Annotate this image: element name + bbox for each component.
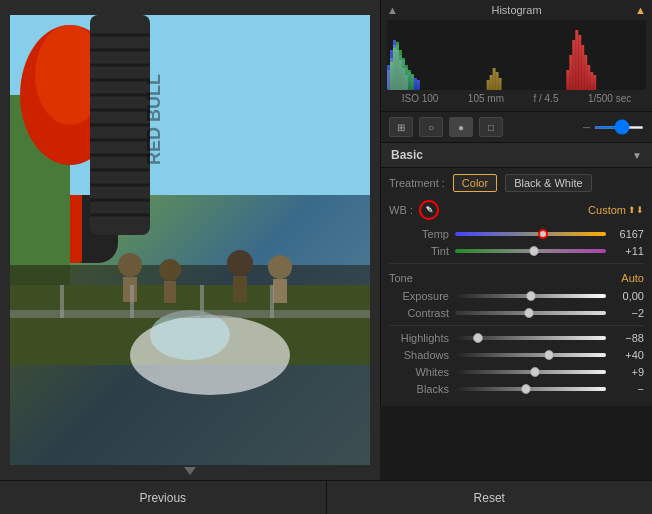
- basic-section-header[interactable]: Basic ▼: [381, 143, 652, 168]
- histogram-triangle-right[interactable]: ▲: [635, 4, 646, 16]
- wb-row: WB : ✒ Custom ⬆⬇: [389, 200, 644, 220]
- svg-point-22: [118, 253, 142, 277]
- tint-slider-track[interactable]: [455, 249, 606, 253]
- svg-rect-62: [587, 65, 590, 90]
- svg-rect-68: [496, 72, 499, 90]
- tool-slider[interactable]: [594, 126, 644, 129]
- exposure-slider-handle[interactable]: [526, 291, 536, 301]
- svg-rect-57: [572, 40, 575, 90]
- histogram-header: ▲ Histogram ▲: [387, 4, 646, 16]
- svg-rect-65: [487, 80, 490, 90]
- highlights-slider-track[interactable]: [455, 336, 606, 340]
- wb-dropdown-arrow: ⬆⬇: [628, 205, 644, 215]
- svg-rect-56: [569, 55, 572, 90]
- svg-rect-69: [499, 78, 502, 90]
- photo-container: RED BULL: [10, 15, 370, 465]
- svg-rect-46: [417, 80, 420, 90]
- exposure-value: 0,00: [612, 290, 644, 302]
- svg-rect-45: [414, 78, 417, 90]
- blacks-slider-handle[interactable]: [521, 384, 531, 394]
- svg-rect-31: [60, 285, 64, 318]
- shadows-slider-handle[interactable]: [544, 350, 554, 360]
- contrast-slider-handle[interactable]: [524, 308, 534, 318]
- highlights-label: Highlights: [389, 332, 449, 344]
- tools-row: ⊞ ○ ● □ ─: [381, 112, 652, 143]
- svg-point-26: [227, 250, 253, 276]
- svg-text:RED BULL: RED BULL: [144, 74, 164, 165]
- photo-panel: RED BULL: [0, 0, 380, 480]
- auto-btn[interactable]: Auto: [621, 272, 644, 284]
- highlights-value: −88: [612, 332, 644, 344]
- svg-rect-34: [270, 285, 274, 318]
- histogram-canvas: [387, 20, 646, 90]
- exif-aperture: f / 4.5: [533, 93, 558, 104]
- treatment-label: Treatment :: [389, 177, 445, 189]
- svg-rect-61: [584, 55, 587, 90]
- svg-rect-60: [581, 45, 584, 90]
- grid-tool-btn[interactable]: ⊞: [389, 117, 413, 137]
- photo-image: RED BULL: [10, 15, 370, 465]
- exif-info: ISO 100 105 mm f / 4.5 1/500 sec: [387, 90, 646, 107]
- exposure-slider-track[interactable]: [455, 294, 606, 298]
- divider-1: [389, 325, 644, 326]
- highlights-slider-row: Highlights −88: [389, 332, 644, 344]
- contrast-value: −2: [612, 307, 644, 319]
- histogram-title: Histogram: [491, 4, 541, 16]
- wb-eyedropper-btn[interactable]: ✒: [419, 200, 439, 220]
- svg-point-28: [268, 255, 292, 279]
- reset-button[interactable]: Reset: [327, 481, 653, 514]
- treatment-row: Treatment : Color Black & White: [389, 174, 644, 192]
- contrast-slider-track[interactable]: [455, 311, 606, 315]
- rect-tool-btn[interactable]: □: [479, 117, 503, 137]
- whites-value: +9: [612, 366, 644, 378]
- shadows-label: Shadows: [389, 349, 449, 361]
- tone-header-row: Tone Auto: [389, 270, 644, 286]
- tint-slider-handle[interactable]: [529, 246, 539, 256]
- svg-rect-74: [399, 60, 402, 90]
- basic-section-arrow: ▼: [632, 150, 642, 161]
- wb-dropdown[interactable]: Custom ⬆⬇: [588, 204, 644, 216]
- svg-rect-58: [575, 30, 578, 90]
- whites-slider-track[interactable]: [455, 370, 606, 374]
- tint-value: +11: [612, 245, 644, 257]
- svg-rect-72: [393, 45, 396, 90]
- previous-button[interactable]: Previous: [0, 481, 326, 514]
- svg-rect-67: [493, 68, 496, 90]
- temp-slider-track[interactable]: [455, 232, 606, 236]
- blacks-slider-track[interactable]: [455, 387, 606, 391]
- svg-rect-33: [200, 285, 204, 318]
- circle-tool-btn[interactable]: ○: [419, 117, 443, 137]
- wb-label: WB :: [389, 204, 413, 216]
- svg-point-24: [159, 259, 181, 281]
- shadows-slider-track[interactable]: [455, 353, 606, 357]
- blacks-value: −: [612, 383, 644, 395]
- blacks-slider-row: Blacks −: [389, 383, 644, 395]
- exposure-label: Exposure: [389, 290, 449, 302]
- svg-rect-76: [405, 75, 408, 90]
- temp-value: 6167: [612, 228, 644, 240]
- bw-treatment-btn[interactable]: Black & White: [505, 174, 591, 192]
- temp-slider-row: Temp 6167: [389, 228, 644, 240]
- shadows-value: +40: [612, 349, 644, 361]
- svg-rect-73: [396, 50, 399, 90]
- svg-rect-55: [566, 70, 569, 90]
- color-treatment-btn[interactable]: Color: [453, 174, 497, 192]
- highlights-slider-handle[interactable]: [473, 333, 483, 343]
- tone-label: Tone: [389, 272, 413, 284]
- temp-slider-handle[interactable]: [538, 229, 548, 239]
- whites-label: Whites: [389, 366, 449, 378]
- photo-nav-arrow[interactable]: [184, 467, 196, 475]
- histogram-triangle-left[interactable]: ▲: [387, 4, 398, 16]
- exif-shutter: 1/500 sec: [588, 93, 631, 104]
- exif-focal: 105 mm: [468, 93, 504, 104]
- svg-rect-32: [130, 285, 134, 318]
- contrast-label: Contrast: [389, 307, 449, 319]
- shadows-slider-row: Shadows +40: [389, 349, 644, 361]
- svg-rect-75: [402, 68, 405, 90]
- whites-slider-handle[interactable]: [530, 367, 540, 377]
- dot-tool-btn[interactable]: ●: [449, 117, 473, 137]
- wb-value: Custom: [588, 204, 626, 216]
- svg-rect-25: [164, 281, 176, 303]
- histogram-section: ▲ Histogram ▲: [381, 0, 652, 112]
- svg-rect-66: [490, 75, 493, 90]
